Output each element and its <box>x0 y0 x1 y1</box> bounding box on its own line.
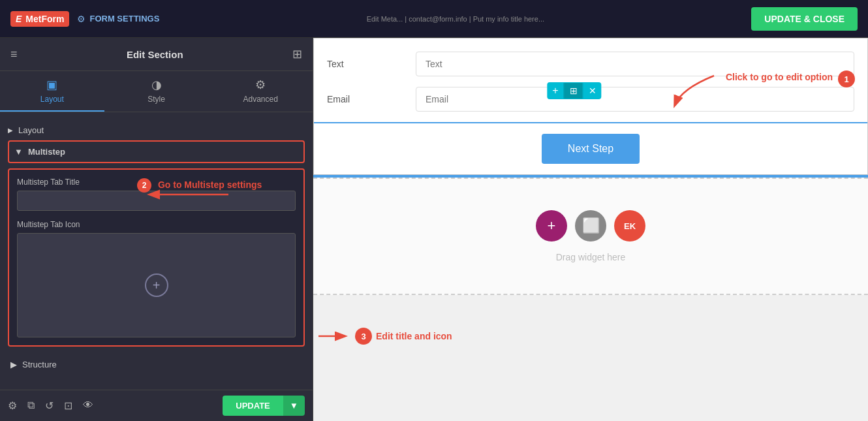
main-content: + ⊞ ✕ Text Email Next Step + ⬜ <box>313 38 868 421</box>
multistep-arrow-icon: ▼ <box>14 147 23 157</box>
next-step-button[interactable]: Next Step <box>542 134 640 164</box>
add-icon-button[interactable]: + <box>145 273 168 297</box>
add-widget-button[interactable]: + <box>536 210 567 242</box>
structure-arrow-icon: ▶ <box>10 360 17 369</box>
settings-icon[interactable]: ⚙ <box>8 399 17 412</box>
text-field-label: Text <box>327 59 405 69</box>
update-button[interactable]: UPDATE <box>223 396 283 416</box>
toolbar-close-icon[interactable]: ✕ <box>583 83 602 99</box>
update-dropdown-button[interactable]: ▼ <box>283 396 305 416</box>
top-bar-left: E MetForm ⚙ FORM SETTINGS <box>10 11 159 27</box>
toolbar-grid-icon[interactable]: ⊞ <box>564 83 583 99</box>
metform-logo-text: MetForm <box>25 14 64 24</box>
email-field-input[interactable] <box>416 87 854 112</box>
top-bar: E MetForm ⚙ FORM SETTINGS Edit Meta... |… <box>0 0 868 38</box>
layout-section-header[interactable]: ▶ Layout <box>8 120 305 140</box>
multistep-settings-box: Multistep Tab Title Multistep Tab Icon + <box>8 168 305 347</box>
tab-style[interactable]: ◑ Style <box>104 71 209 112</box>
form-settings-button[interactable]: ⚙ FORM SETTINGS <box>77 14 159 24</box>
tab-style-label: Style <box>147 95 165 104</box>
ek-button[interactable]: EK <box>614 210 645 242</box>
advanced-icon: ⚙ <box>255 78 266 92</box>
tab-advanced-label: Advanced <box>243 95 277 104</box>
sidebar: ≡ Edit Section ⊞ ▣ Layout ◑ Style ⚙ Adva… <box>0 38 313 421</box>
breadcrumb: Edit Meta... | contact@form.info | Put m… <box>159 15 751 23</box>
drop-zone: + ⬜ EK Drag widget here <box>313 178 868 295</box>
step-3-label: 3 <box>361 332 365 341</box>
layers-icon[interactable]: ⧉ <box>27 399 35 412</box>
multistep-label: Multistep <box>28 147 65 157</box>
layout-section-label: Layout <box>18 125 44 135</box>
update-close-button[interactable]: UPDATE & CLOSE <box>751 7 858 31</box>
toolbar-add-icon[interactable]: + <box>547 82 563 99</box>
structure-section-header[interactable]: ▶ Structure <box>8 354 305 375</box>
tab-advanced[interactable]: ⚙ Advanced <box>208 71 313 112</box>
drop-zone-buttons: + ⬜ EK <box>536 210 645 242</box>
multistep-tab-icon-label: Multistep Tab Icon <box>17 220 296 229</box>
multistep-tab-icon-area[interactable]: + <box>17 233 296 337</box>
text-field-row: Text <box>327 52 854 76</box>
email-field-label: Email <box>327 94 405 104</box>
step-3-circle: 3 <box>355 328 372 345</box>
form-settings-label: FORM SETTINGS <box>89 14 159 23</box>
sidebar-content: ▶ Layout ▼ Multistep Multistep Tab Title… <box>0 112 313 390</box>
annotation-3: 3 Edit title and icon <box>313 323 452 349</box>
sidebar-tabs: ▣ Layout ◑ Style ⚙ Advanced <box>0 71 313 112</box>
multistep-tab-title-input[interactable] <box>17 191 296 211</box>
style-icon: ◑ <box>151 78 162 92</box>
metform-logo[interactable]: E MetForm <box>10 11 69 27</box>
update-button-group: UPDATE ▼ <box>223 396 305 416</box>
multistep-tab-title-label: Multistep Tab Title <box>17 178 296 187</box>
plus-icon: + <box>153 278 161 293</box>
text-field-input[interactable] <box>416 52 854 76</box>
responsive-icon[interactable]: ⊡ <box>64 399 72 412</box>
next-step-area: Next Step <box>314 122 867 174</box>
form-area: Text Email Next Step <box>313 38 868 175</box>
tab-layout-label: Layout <box>40 95 64 104</box>
multistep-section-header[interactable]: ▼ Multistep <box>8 140 305 163</box>
sidebar-bottom: ⚙ ⧉ ↺ ⊡ 👁 UPDATE ▼ <box>0 390 313 421</box>
dropdown-arrow-icon: ▼ <box>290 401 298 411</box>
structure-section-label: Structure <box>22 360 57 369</box>
sidebar-title: Edit Section <box>127 49 183 60</box>
annotation-callout-3: Edit title and icon <box>376 331 452 341</box>
layout-icon: ▣ <box>46 78 57 92</box>
bottom-icons: ⚙ ⧉ ↺ ⊡ 👁 <box>8 399 93 412</box>
main-layout: ≡ Edit Section ⊞ ▣ Layout ◑ Style ⚙ Adva… <box>0 38 868 421</box>
gear-icon: ⚙ <box>77 14 85 24</box>
sidebar-header: ≡ Edit Section ⊞ <box>0 38 313 71</box>
circle-button[interactable]: ⬜ <box>575 210 606 242</box>
history-icon[interactable]: ↺ <box>45 399 54 412</box>
tab-layout[interactable]: ▣ Layout <box>0 71 104 112</box>
layout-arrow-icon: ▶ <box>8 127 13 134</box>
grid-icon[interactable]: ⊞ <box>292 47 302 61</box>
annotation-text-3: Edit title and icon <box>376 331 452 341</box>
hamburger-icon[interactable]: ≡ <box>10 48 18 61</box>
preview-icon[interactable]: 👁 <box>83 399 93 412</box>
drag-widget-text: Drag widget here <box>556 252 626 262</box>
widget-toolbar: + ⊞ ✕ <box>547 82 601 99</box>
